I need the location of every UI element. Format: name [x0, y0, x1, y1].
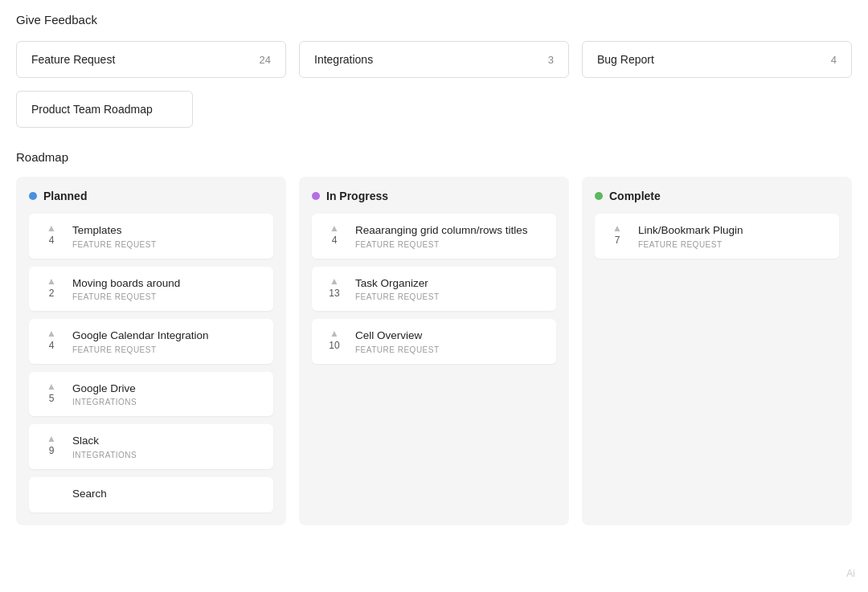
- vote-arrow-planned-2[interactable]: ▲: [47, 329, 56, 338]
- item-content-planned-0: Templates FEATURE REQUEST: [72, 223, 262, 249]
- item-title-planned-2: Google Calendar Integration: [72, 329, 262, 343]
- category-card-count-2: 4: [831, 54, 837, 66]
- roadmap-nav-card[interactable]: Product Team Roadmap: [16, 91, 193, 128]
- item-card-planned-2[interactable]: ▲ 4 Google Calendar Integration FEATURE …: [29, 319, 273, 364]
- item-title-planned-4: Slack: [72, 434, 262, 448]
- category-cards: Feature Request 24 Integrations 3 Bug Re…: [16, 41, 852, 78]
- item-title-complete-0: Link/Bookmark Plugin: [638, 223, 828, 238]
- page-title: Give Feedback: [16, 13, 852, 27]
- item-card-complete-0[interactable]: ▲ 7 Link/Bookmark Plugin FEATURE REQUEST: [595, 214, 839, 259]
- vote-section-in-progress-1: ▲ 13: [323, 276, 346, 299]
- item-tag-planned-3: INTEGRATIONS: [72, 398, 262, 406]
- category-card-0[interactable]: Feature Request 24: [16, 41, 286, 78]
- vote-section-planned-4: ▲ 9: [40, 434, 63, 456]
- column-complete: Complete ▲ 7 Link/Bookmark Plugin FEATUR…: [582, 177, 852, 525]
- vote-arrow-planned-4[interactable]: ▲: [47, 434, 56, 443]
- item-content-complete-0: Link/Bookmark Plugin FEATURE REQUEST: [638, 223, 828, 249]
- category-card-label-1: Integrations: [314, 53, 373, 66]
- vote-arrow-in-progress-2[interactable]: ▲: [330, 329, 339, 338]
- column-in-progress: In Progress ▲ 4 Reaaranging grid column/…: [299, 177, 569, 525]
- vote-section-in-progress-0: ▲ 4: [323, 223, 346, 246]
- vote-arrow-planned-3[interactable]: ▲: [47, 382, 56, 391]
- category-card-count-0: 24: [260, 54, 271, 66]
- column-title-planned: Planned: [43, 190, 87, 202]
- vote-arrow-planned-1[interactable]: ▲: [47, 276, 56, 286]
- vote-count-planned-4: 9: [49, 445, 55, 456]
- item-content-planned-5: Search: [72, 487, 262, 504]
- item-tag-planned-2: FEATURE REQUEST: [72, 345, 262, 354]
- vote-arrow-in-progress-1[interactable]: ▲: [330, 276, 339, 286]
- item-content-in-progress-0: Reaaranging grid column/rows titles FEAT…: [355, 223, 545, 249]
- item-title-planned-0: Templates: [72, 223, 262, 238]
- item-title-in-progress-2: Cell Overview: [355, 329, 545, 343]
- column-title-complete: Complete: [609, 190, 661, 202]
- item-content-in-progress-2: Cell Overview FEATURE REQUEST: [355, 329, 545, 354]
- item-tag-in-progress-0: FEATURE REQUEST: [355, 240, 545, 249]
- item-tag-planned-1: FEATURE REQUEST: [72, 292, 262, 301]
- item-card-in-progress-2[interactable]: ▲ 10 Cell Overview FEATURE REQUEST: [312, 319, 556, 364]
- item-content-planned-1: Moving boards around FEATURE REQUEST: [72, 276, 262, 302]
- column-header-planned: Planned: [29, 190, 273, 202]
- item-card-planned-3[interactable]: ▲ 5 Google Drive INTEGRATIONS: [29, 372, 273, 417]
- roadmap-nav-label: Product Team Roadmap: [31, 103, 153, 116]
- item-tag-planned-0: FEATURE REQUEST: [72, 240, 262, 249]
- item-tag-planned-4: INTEGRATIONS: [72, 451, 262, 459]
- vote-arrow-in-progress-0[interactable]: ▲: [330, 223, 339, 233]
- vote-section-planned-2: ▲ 4: [40, 329, 63, 351]
- column-planned: Planned ▲ 4 Templates FEATURE REQUEST ▲ …: [16, 177, 286, 525]
- vote-count-planned-0: 4: [49, 235, 55, 246]
- item-title-in-progress-0: Reaaranging grid column/rows titles: [355, 223, 545, 238]
- category-card-count-1: 3: [548, 54, 554, 66]
- item-card-planned-5[interactable]: Search: [29, 477, 273, 513]
- vote-count-in-progress-0: 4: [332, 235, 338, 246]
- vote-section-complete-0: ▲ 7: [606, 223, 628, 246]
- item-title-planned-3: Google Drive: [72, 382, 262, 396]
- category-card-label-2: Bug Report: [597, 53, 654, 66]
- vote-section-planned-1: ▲ 2: [40, 276, 63, 299]
- item-tag-complete-0: FEATURE REQUEST: [638, 240, 828, 249]
- item-content-planned-2: Google Calendar Integration FEATURE REQU…: [72, 329, 262, 354]
- vote-arrow-complete-0[interactable]: ▲: [612, 223, 622, 233]
- column-title-in-progress: In Progress: [326, 190, 388, 202]
- item-content-planned-4: Slack INTEGRATIONS: [72, 434, 262, 459]
- column-dot-complete: [595, 192, 603, 200]
- item-card-planned-4[interactable]: ▲ 9 Slack INTEGRATIONS: [29, 424, 273, 469]
- vote-count-in-progress-2: 10: [329, 340, 339, 351]
- item-tag-in-progress-2: FEATURE REQUEST: [355, 345, 545, 354]
- vote-arrow-planned-0[interactable]: ▲: [47, 223, 56, 233]
- column-dot-in-progress: [312, 192, 320, 200]
- vote-section-planned-3: ▲ 5: [40, 382, 63, 404]
- item-title-planned-5: Search: [72, 487, 262, 501]
- item-content-planned-3: Google Drive INTEGRATIONS: [72, 382, 262, 407]
- item-card-planned-0[interactable]: ▲ 4 Templates FEATURE REQUEST: [29, 214, 273, 259]
- vote-count-complete-0: 7: [615, 235, 620, 246]
- item-title-in-progress-1: Task Organizer: [355, 276, 545, 291]
- category-card-2[interactable]: Bug Report 4: [582, 41, 852, 78]
- item-title-planned-1: Moving boards around: [72, 276, 262, 291]
- category-card-1[interactable]: Integrations 3: [299, 41, 569, 78]
- column-header-complete: Complete: [595, 190, 839, 202]
- vote-section-in-progress-2: ▲ 10: [323, 329, 346, 351]
- vote-count-in-progress-1: 13: [329, 288, 339, 299]
- vote-count-planned-3: 5: [49, 393, 55, 404]
- vote-count-planned-2: 4: [49, 340, 55, 351]
- item-card-in-progress-0[interactable]: ▲ 4 Reaaranging grid column/rows titles …: [312, 214, 556, 259]
- roadmap-section-title: Roadmap: [16, 150, 852, 164]
- column-header-in-progress: In Progress: [312, 190, 556, 202]
- category-card-label-0: Feature Request: [31, 53, 115, 66]
- item-tag-in-progress-1: FEATURE REQUEST: [355, 292, 545, 301]
- item-card-planned-1[interactable]: ▲ 2 Moving boards around FEATURE REQUEST: [29, 267, 273, 312]
- vote-count-planned-1: 2: [49, 288, 55, 299]
- column-dot-planned: [29, 192, 37, 200]
- item-card-in-progress-1[interactable]: ▲ 13 Task Organizer FEATURE REQUEST: [312, 267, 556, 312]
- item-content-in-progress-1: Task Organizer FEATURE REQUEST: [355, 276, 545, 302]
- vote-section-planned-0: ▲ 4: [40, 223, 63, 246]
- roadmap-columns: Planned ▲ 4 Templates FEATURE REQUEST ▲ …: [16, 177, 852, 525]
